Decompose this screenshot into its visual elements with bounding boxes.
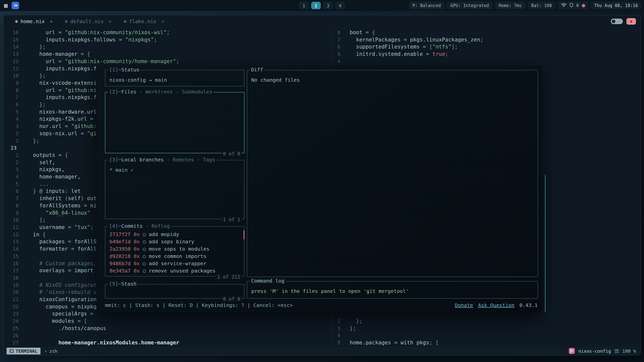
nix-snowflake-icon: ❄ [65, 19, 68, 24]
workspace-2[interactable]: 2 [311, 2, 321, 9]
panel-number: [5]─ [109, 281, 121, 287]
panel-title[interactable]: [4]─Commits - Reflog [108, 223, 171, 229]
line-number: 8 [332, 29, 340, 36]
lazygit-command-log-panel[interactable]: Command log press 'M' in the files panel… [247, 281, 538, 299]
code-line: 15 inputs.nixpkgs.follows = "nixpkgs"; [4, 36, 332, 43]
panel-count: 0 of 0 [222, 151, 242, 156]
lazygit-stash-panel[interactable]: [5]─Stash 0 of 0 [105, 284, 245, 299]
lazygit-status-panel[interactable]: [1]─Status nixos-config → main [105, 70, 245, 86]
line-number: 12 [4, 231, 19, 238]
keybindings-hint: mmit: c | Stash: s | Reset: D | Keybindi… [105, 302, 293, 308]
tab-close-icon[interactable]: × [50, 18, 53, 24]
shield-icon [570, 3, 573, 8]
line-number: 2 [4, 159, 19, 166]
line-number: 15 [4, 36, 19, 43]
home-ping: Home: 7ms [495, 2, 525, 9]
nix-snowflake-icon: ❄ [15, 19, 18, 24]
line-number: 18 [4, 274, 19, 282]
panel-title[interactable]: [2]─Files - Worktrees - Submodules [108, 89, 213, 95]
terminal-tab-zsh[interactable]: › zsh [45, 348, 57, 354]
gpu-status: GPU: Integrated [447, 2, 493, 9]
menu-lines-icon[interactable] [615, 349, 619, 353]
workspace-3[interactable]: 3 [323, 2, 333, 9]
line-number: 14 [4, 245, 19, 253]
code-line: 27 home-manager.nixosModules.home-manage… [4, 339, 332, 346]
lazygit-files-panel[interactable]: [2]─Files - Worktrees - Submodules 0 of … [105, 92, 245, 153]
panel-number: [3]─ [109, 157, 121, 163]
line-number: 1 [4, 152, 19, 159]
panel-title[interactable]: [1]─Status [108, 67, 141, 73]
commit-row[interactable]: 2717f2f 0x ○ add mopidy [109, 231, 240, 238]
command-log-content: press 'M' in the files panel to open 'gi… [247, 282, 538, 295]
tab-bar: ❄ home.nix × ❄ default.nix × ❄ flake.nix… [4, 15, 640, 28]
line-number: 11 [4, 65, 19, 72]
tab-label: default.nix [70, 18, 103, 24]
commit-row[interactable]: 8e345a7 0x ○ remove unused packages [109, 267, 240, 275]
lazygit-commits-panel[interactable]: [4]─Commits - Reflog 2717f2f 0x ○ add mo… [105, 226, 245, 277]
panel-title[interactable]: [3]─Local branches - Remotes - Tags [108, 157, 216, 163]
lazygit-diff-panel[interactable]: Diff No changed files [247, 70, 538, 277]
panel-title: Command log [250, 278, 286, 284]
line-number: 8 [4, 87, 19, 94]
terminal-icon [10, 349, 14, 353]
workspace-1[interactable]: 1 [299, 2, 309, 9]
app-badge[interactable]: JW [12, 2, 19, 9]
branch-list-item[interactable]: * main ✓ [109, 167, 134, 173]
git-icon [569, 348, 575, 354]
donate-link[interactable]: Donate [455, 302, 473, 308]
workspace-switcher: 1 2 3 4 [299, 2, 345, 9]
line-number: 12 [4, 58, 19, 65]
code-line: 12 url = "github:nix-community/home-mana… [4, 58, 332, 65]
panel-count: 0 of 0 [222, 296, 242, 302]
code-line: 4 [332, 58, 640, 65]
window-close-button[interactable]: × [626, 18, 636, 25]
mode-indicator: TERMINAL [7, 348, 41, 354]
ask-question-link[interactable]: Ask Question [478, 302, 514, 308]
line-number: 23 [4, 310, 19, 318]
tab-default-nix[interactable]: ❄ default.nix × [65, 18, 112, 24]
tab-home-nix[interactable]: ❄ home.nix × [15, 18, 53, 24]
branch-name: main [155, 77, 167, 83]
code-line: 14 }; [4, 43, 332, 51]
line-number: 8 [4, 202, 19, 209]
commit-row[interactable]: d920218 0x ○ move common imports [109, 253, 240, 260]
lazygit-branches-panel[interactable]: [3]─Local branches - Remotes - Tags * ma… [105, 160, 245, 219]
line-number: 22 [4, 303, 19, 310]
panel-count: 1 of 211 [216, 274, 242, 280]
window-toggle[interactable] [611, 19, 623, 24]
line-number: 16 [4, 260, 19, 267]
code-line: 5 initrd.systemd.enable = true; [332, 51, 640, 58]
line-number: 16 [4, 29, 19, 36]
app-launcher-icon[interactable]: ▦ [3, 2, 9, 9]
code-line: 24 modules = [ [4, 318, 332, 325]
panel-tabs: - Remotes - Tags [164, 157, 215, 163]
line-number: 6 [4, 188, 19, 195]
code-line: 3}; [332, 325, 640, 332]
line-number: 7 [4, 195, 19, 202]
code-line: 4 [332, 332, 640, 339]
tab-close-icon[interactable]: × [162, 18, 165, 24]
tab-close-icon[interactable]: × [109, 18, 112, 24]
panel-tabs: - Reflog [142, 223, 170, 229]
diff-content: No changed files [247, 70, 538, 84]
tab-flake-nix[interactable]: ❄ flake.nix × [124, 18, 165, 24]
panel-number: [1]─ [109, 67, 121, 73]
commit-row[interactable]: 2a23950 0x ○ move sops to modules [109, 245, 240, 253]
line-number: 7 [4, 94, 19, 101]
line-number: 5 [332, 51, 340, 58]
commit-row[interactable]: 9486b7d 0x ○ add service-wrapper [109, 260, 240, 267]
line-number: 20 [4, 289, 19, 296]
power-profile[interactable]: P: Balanced [409, 2, 445, 9]
panel-title[interactable]: [5]─Stash [108, 281, 138, 287]
line-number: 5 [4, 108, 19, 116]
panel-title: Diff [250, 67, 264, 73]
panel-label: Status [121, 67, 139, 73]
workspace-4[interactable]: 4 [335, 2, 345, 9]
commit-row[interactable]: b49ef1d 0x ○ add sops binary [109, 238, 240, 245]
code-line: 16 url = "github:nix-community/nixos-wsl… [4, 29, 332, 36]
line-number: 21 [4, 296, 19, 303]
line-number: 9 [4, 79, 19, 87]
lazygit-version: 0.43.1 [519, 302, 538, 308]
panel-count: 1 of 1 [222, 217, 242, 222]
nix-snowflake-icon: ❄ [124, 19, 127, 24]
